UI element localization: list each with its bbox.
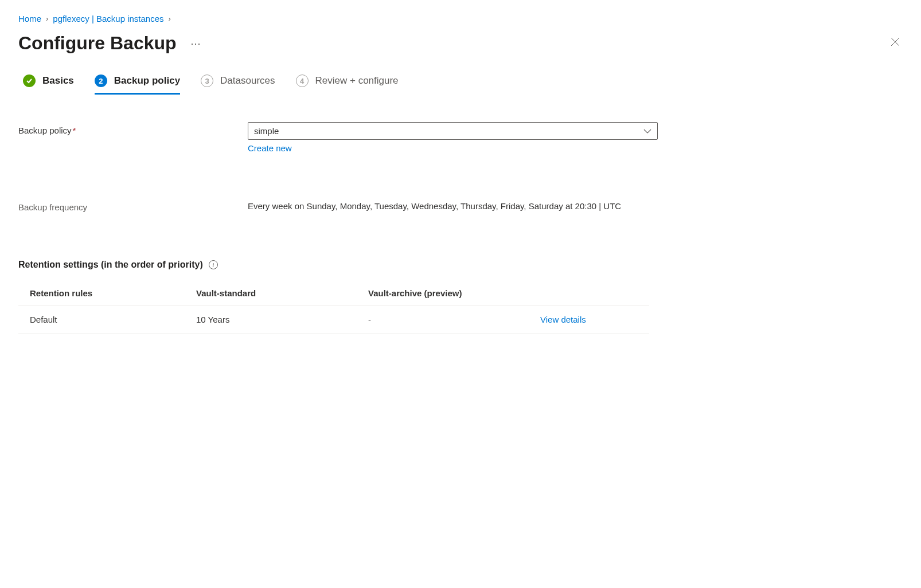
retention-section-title: Retention settings (in the order of prio… xyxy=(18,260,903,270)
col-header-rules: Retention rules xyxy=(30,288,196,298)
cell-archive: - xyxy=(368,315,540,324)
breadcrumb-home[interactable]: Home xyxy=(18,14,41,23)
page-header: Configure Backup ⋯ xyxy=(18,33,903,54)
tab-backup-policy-label: Backup policy xyxy=(114,75,180,87)
view-details-link[interactable]: View details xyxy=(540,315,586,324)
table-header: Retention rules Vault-standard Vault-arc… xyxy=(18,281,649,305)
cell-standard: 10 Years xyxy=(196,315,368,324)
tab-datasources[interactable]: 3 Datasources xyxy=(201,75,275,95)
step-2-icon: 2 xyxy=(95,75,107,87)
chevron-down-icon xyxy=(643,127,651,135)
wizard-tabs: Basics 2 Backup policy 3 Datasources 4 R… xyxy=(18,75,903,95)
tab-basics-label: Basics xyxy=(42,75,74,87)
breadcrumb: Home › pgflexecy | Backup instances › xyxy=(18,14,903,23)
step-4-icon: 4 xyxy=(296,75,309,87)
check-icon xyxy=(23,75,36,87)
tab-datasources-label: Datasources xyxy=(220,75,275,87)
backup-policy-label: Backup policy* xyxy=(18,122,248,135)
chevron-right-icon: › xyxy=(169,14,171,23)
cell-rule: Default xyxy=(30,315,196,324)
backup-policy-select[interactable]: simple xyxy=(248,122,658,140)
required-asterisk: * xyxy=(73,126,76,135)
create-new-link[interactable]: Create new xyxy=(248,143,292,153)
table-row: Default 10 Years - View details xyxy=(18,305,649,334)
col-header-standard: Vault-standard xyxy=(196,288,368,298)
backup-frequency-value: Every week on Sunday, Monday, Tuesday, W… xyxy=(248,199,621,214)
info-icon[interactable]: i xyxy=(209,260,218,269)
backup-policy-value: simple xyxy=(254,126,279,136)
retention-table: Retention rules Vault-standard Vault-arc… xyxy=(18,281,649,334)
tab-basics[interactable]: Basics xyxy=(23,75,74,95)
close-icon xyxy=(890,37,900,47)
page-title: Configure Backup xyxy=(18,33,177,54)
tab-review-label: Review + configure xyxy=(315,75,399,87)
backup-frequency-label: Backup frequency xyxy=(18,199,248,212)
more-actions-button[interactable]: ⋯ xyxy=(186,35,205,52)
chevron-right-icon: › xyxy=(46,14,48,23)
close-button[interactable] xyxy=(888,34,903,52)
breadcrumb-backup-instances[interactable]: pgflexecy | Backup instances xyxy=(53,14,163,23)
step-3-icon: 3 xyxy=(201,75,213,87)
tab-review[interactable]: 4 Review + configure xyxy=(296,75,399,95)
col-header-archive: Vault-archive (preview) xyxy=(368,288,540,298)
tab-backup-policy[interactable]: 2 Backup policy xyxy=(95,75,180,95)
